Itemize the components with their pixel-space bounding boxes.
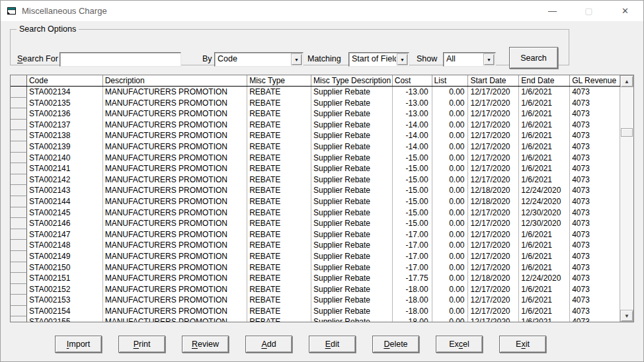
table-row[interactable]: STA002148MANUFACTURERS PROMOTIONREBATESu… [11,240,620,251]
row-selector[interactable] [11,174,27,186]
column-header-misc-type[interactable]: Misc Type [247,75,311,86]
add-button[interactable]: Add [245,336,292,353]
row-selector[interactable] [11,207,27,219]
column-header-gl-revenue[interactable]: GL Revenue [570,75,620,86]
title-bar[interactable]: Miscellaneous Charge — ▢ ✕ [1,1,643,21]
cell: REBATE [247,153,311,164]
cell: 12/17/2020 [468,295,519,306]
cell: 12/24/2020 [519,185,570,196]
table-row[interactable]: STA002135MANUFACTURERS PROMOTIONREBATESu… [11,98,620,109]
row-selector[interactable] [11,163,27,174]
row-selector[interactable] [11,251,27,262]
cell: 0.00 [432,120,469,131]
cell: 1/6/2021 [519,141,570,153]
print-button[interactable]: Print [118,336,165,353]
cell: 0.00 [432,295,469,306]
table-row[interactable]: STA002152MANUFACTURERS PROMOTIONREBATESu… [11,284,620,295]
by-dropdown[interactable]: Code ▼ [214,52,303,67]
row-selector[interactable] [11,87,27,98]
grid-header-row: CodeDescriptionMisc TypeMisc Type Descri… [11,75,620,87]
column-header-description[interactable]: Description [103,75,248,86]
cell: 1/6/2021 [519,98,570,109]
table-row[interactable]: STA002142MANUFACTURERS PROMOTIONREBATESu… [11,174,620,186]
cell: Supplier Rebate [311,284,393,295]
cell: 12/17/2020 [468,153,519,164]
form-icon[interactable] [7,7,17,16]
row-selector[interactable] [11,262,27,273]
row-selector[interactable] [11,295,27,306]
import-button[interactable]: Import [55,336,102,353]
show-dropdown[interactable]: All ▼ [443,52,496,67]
row-selector[interactable] [11,316,27,322]
cell: 4073 [570,108,620,120]
table-row[interactable]: STA002137MANUFACTURERS PROMOTIONREBATESu… [11,120,620,131]
cell: 1/6/2021 [519,130,570,141]
cell: 4073 [570,284,620,295]
row-selector[interactable] [11,273,27,284]
matching-dropdown[interactable]: Start of Field ▼ [348,52,409,67]
table-row[interactable]: STA002154MANUFACTURERS PROMOTIONREBATESu… [11,306,620,317]
row-selector[interactable] [11,108,27,120]
table-row[interactable]: STA002153MANUFACTURERS PROMOTIONREBATESu… [11,295,620,306]
column-header-misc-type-description[interactable]: Misc Type Description [311,75,393,86]
cell: Supplier Rebate [311,316,393,322]
cell: STA002138 [27,130,103,141]
cell: 4073 [570,316,620,322]
scroll-up-icon[interactable]: ▲ [620,75,633,87]
table-row[interactable]: STA002147MANUFACTURERS PROMOTIONREBATESu… [11,229,620,240]
row-selector[interactable] [11,240,27,251]
excel-button[interactable]: Excel [436,336,483,353]
row-selector[interactable] [11,141,27,153]
matching-label: Matching [307,52,341,67]
vertical-scrollbar[interactable]: ▲ ▼ [620,75,633,322]
exit-button[interactable]: Exit [499,336,546,353]
row-selector[interactable] [11,218,27,229]
grid-inner: CodeDescriptionMisc TypeMisc Type Descri… [11,75,620,322]
row-selector[interactable] [11,185,27,196]
table-row[interactable]: STA002149MANUFACTURERS PROMOTIONREBATESu… [11,251,620,262]
column-header-end-date[interactable]: End Date [519,75,570,86]
row-selector[interactable] [11,153,27,164]
row-selector[interactable] [11,130,27,141]
row-selector[interactable] [11,229,27,240]
table-row[interactable]: STA002136MANUFACTURERS PROMOTIONREBATESu… [11,108,620,120]
table-row[interactable]: STA002134MANUFACTURERS PROMOTIONREBATESu… [11,87,620,98]
cell: 4073 [570,240,620,251]
close-button[interactable]: ✕ [607,1,643,21]
table-row[interactable]: STA002139MANUFACTURERS PROMOTIONREBATESu… [11,141,620,153]
minimize-button[interactable]: — [534,1,571,21]
cell: -15.00 [393,174,432,186]
table-row[interactable]: STA002145MANUFACTURERS PROMOTIONREBATESu… [11,207,620,219]
search-for-input[interactable] [60,52,181,67]
row-selector[interactable] [11,120,27,131]
row-selector[interactable] [11,196,27,207]
column-header-cost[interactable]: Cost [393,75,432,86]
row-selector[interactable] [11,284,27,295]
table-row[interactable]: STA002144MANUFACTURERS PROMOTIONREBATESu… [11,196,620,207]
column-header-start-date[interactable]: Start Date [468,75,519,86]
selector-column-header [11,75,27,86]
column-header-list[interactable]: List [432,75,469,86]
table-row[interactable]: STA002146MANUFACTURERS PROMOTIONREBATESu… [11,218,620,229]
scroll-down-icon[interactable]: ▼ [620,310,633,322]
cell: 4073 [570,174,620,186]
table-row[interactable]: STA002151MANUFACTURERS PROMOTIONREBATESu… [11,273,620,284]
table-row[interactable]: STA002140MANUFACTURERS PROMOTIONREBATESu… [11,153,620,164]
table-row[interactable]: STA002143MANUFACTURERS PROMOTIONREBATESu… [11,185,620,196]
review-button[interactable]: Review [182,336,229,353]
edit-button[interactable]: Edit [309,336,356,353]
cell: -17.75 [393,273,432,284]
search-button[interactable]: Search [509,47,558,69]
scrollbar-thumb[interactable] [621,128,633,137]
row-selector[interactable] [11,98,27,109]
table-row[interactable]: STA002155MANUFACTURERS PROMOTIONREBATESu… [11,316,620,322]
cell: REBATE [247,174,311,186]
delete-button[interactable]: Delete [372,336,419,353]
row-selector[interactable] [11,306,27,317]
column-header-code[interactable]: Code [27,75,103,86]
cell: STA002134 [27,87,103,98]
table-row[interactable]: STA002150MANUFACTURERS PROMOTIONREBATESu… [11,262,620,273]
cell: 1/6/2021 [519,153,570,164]
table-row[interactable]: STA002138MANUFACTURERS PROMOTIONREBATESu… [11,130,620,141]
table-row[interactable]: STA002141MANUFACTURERS PROMOTIONREBATESu… [11,163,620,174]
